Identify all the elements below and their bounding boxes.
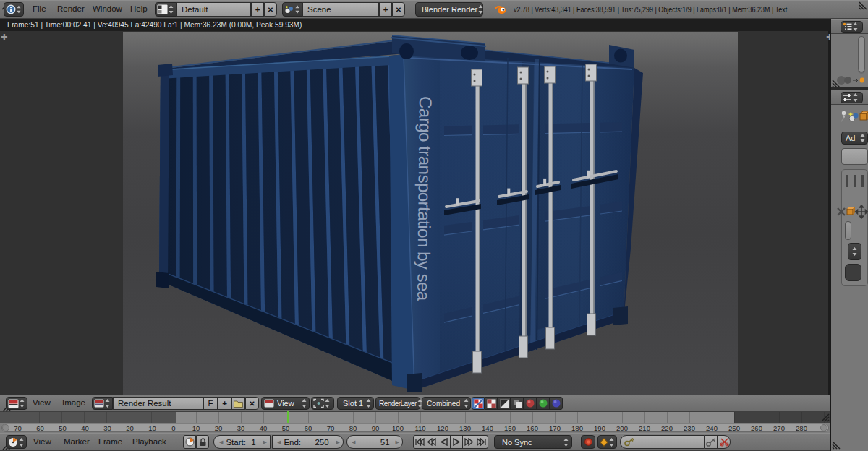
svg-text:Cargo transportation by sea: Cargo transportation by sea [414,96,435,301]
